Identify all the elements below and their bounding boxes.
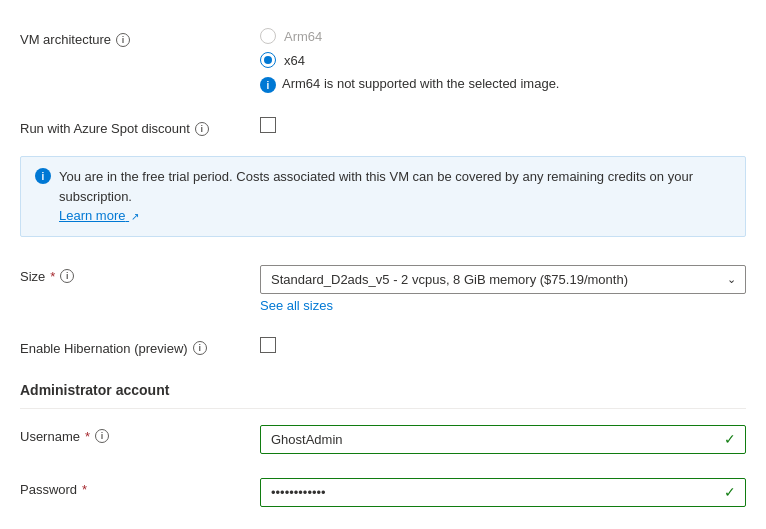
password-valid-icon: ✓ [724, 484, 736, 500]
free-trial-banner: i You are in the free trial period. Cost… [20, 156, 746, 237]
admin-account-section-title: Administrator account [20, 368, 746, 404]
password-label: Password * [20, 478, 260, 497]
azure-spot-text: Run with Azure Spot discount [20, 121, 190, 136]
password-text: Password [20, 482, 77, 497]
password-control: ✓ [260, 478, 746, 507]
size-row: Size * i Standard_D2ads_v5 - 2 vcpus, 8 … [20, 253, 746, 325]
azure-spot-row: Run with Azure Spot discount i [20, 105, 746, 148]
password-input-wrapper: ✓ [260, 478, 746, 507]
arm64-warning: i Arm64 is not supported with the select… [260, 76, 746, 93]
username-required: * [85, 429, 90, 444]
section-divider [20, 408, 746, 409]
username-info-icon[interactable]: i [95, 429, 109, 443]
size-control: Standard_D2ads_v5 - 2 vcpus, 8 GiB memor… [260, 265, 746, 313]
banner-info-icon: i [35, 168, 51, 184]
username-row: Username * i ✓ [20, 413, 746, 466]
see-all-sizes-text: See all sizes [260, 298, 333, 313]
size-select[interactable]: Standard_D2ads_v5 - 2 vcpus, 8 GiB memor… [260, 265, 746, 294]
size-label: Size * i [20, 265, 260, 284]
size-text: Size [20, 269, 45, 284]
username-control: ✓ [260, 425, 746, 454]
external-link-icon: ↗ [131, 209, 139, 224]
size-info-icon[interactable]: i [60, 269, 74, 283]
arm64-warning-text: Arm64 is not supported with the selected… [282, 76, 559, 91]
vm-architecture-label: VM architecture i [20, 28, 260, 47]
vm-architecture-info-icon[interactable]: i [116, 33, 130, 47]
hibernation-control [260, 337, 746, 356]
size-required: * [50, 269, 55, 284]
vm-architecture-text: VM architecture [20, 32, 111, 47]
password-input[interactable] [260, 478, 746, 507]
azure-spot-label: Run with Azure Spot discount i [20, 117, 260, 136]
x64-label: x64 [284, 53, 305, 68]
hibernation-row: Enable Hibernation (preview) i [20, 325, 746, 368]
x64-radio-item[interactable]: x64 [260, 52, 746, 68]
arm64-radio-input[interactable] [260, 28, 276, 44]
x64-radio-input[interactable] [260, 52, 276, 68]
arm64-radio-item[interactable]: Arm64 [260, 28, 746, 44]
learn-more-text: Learn more [59, 208, 125, 223]
info-circle-icon: i [260, 77, 276, 93]
hibernation-checkbox[interactable] [260, 337, 276, 353]
see-all-sizes-link[interactable]: See all sizes [260, 298, 333, 313]
learn-more-link[interactable]: Learn more ↗ [59, 208, 139, 223]
hibernation-label: Enable Hibernation (preview) i [20, 337, 260, 356]
azure-spot-checkbox[interactable] [260, 117, 276, 133]
arm64-label: Arm64 [284, 29, 322, 44]
banner-message-text: You are in the free trial period. Costs … [59, 169, 693, 204]
password-row: Password * ✓ [20, 466, 746, 519]
vm-architecture-control: Arm64 x64 i Arm64 is not supported with … [260, 28, 746, 93]
username-label: Username * i [20, 425, 260, 444]
confirm-password-row: Confirm password * ✓ [20, 519, 746, 530]
username-valid-icon: ✓ [724, 431, 736, 447]
username-input-wrapper: ✓ [260, 425, 746, 454]
username-input[interactable] [260, 425, 746, 454]
hibernation-info-icon[interactable]: i [193, 341, 207, 355]
architecture-radio-group: Arm64 x64 [260, 28, 746, 68]
azure-spot-info-icon[interactable]: i [195, 122, 209, 136]
username-text: Username [20, 429, 80, 444]
banner-message: You are in the free trial period. Costs … [59, 167, 731, 226]
size-select-wrapper: Standard_D2ads_v5 - 2 vcpus, 8 GiB memor… [260, 265, 746, 294]
azure-spot-control [260, 117, 746, 136]
hibernation-text: Enable Hibernation (preview) [20, 341, 188, 356]
vm-architecture-row: VM architecture i Arm64 x64 i Arm64 is n… [20, 16, 746, 105]
password-required: * [82, 482, 87, 497]
